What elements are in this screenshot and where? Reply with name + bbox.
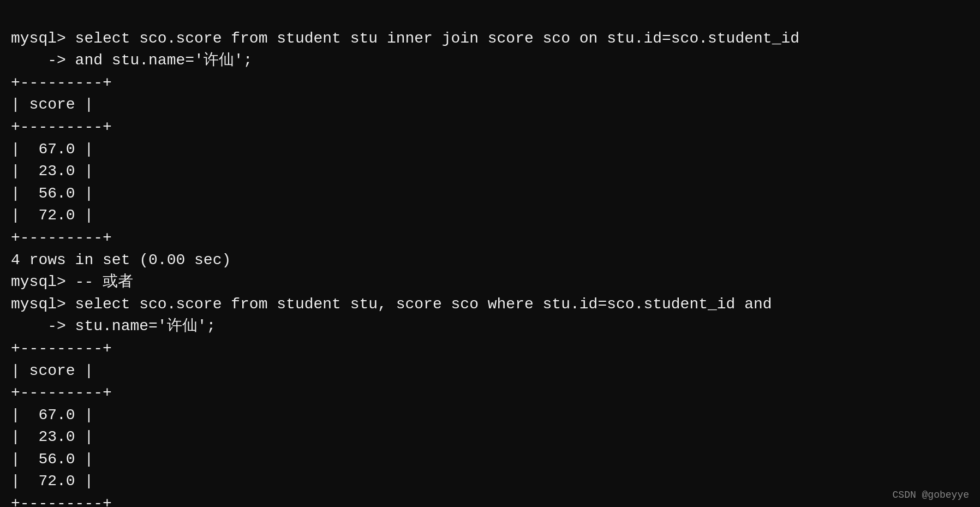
terminal-line: +---------+ — [11, 116, 969, 139]
terminal-line: mysql> -- 或者 — [11, 271, 969, 294]
terminal-line: mysql> select sco.score from student stu… — [11, 28, 969, 50]
terminal-line: | 72.0 | — [11, 205, 969, 227]
terminal-line: | score | — [11, 94, 969, 116]
terminal-line: +---------+ — [11, 493, 969, 507]
terminal-line: +---------+ — [11, 338, 969, 360]
terminal-line: | score | — [11, 360, 969, 383]
terminal-line: | 56.0 | — [11, 449, 969, 471]
terminal-line: -> stu.name='许仙'; — [11, 315, 969, 338]
terminal-line: +---------+ — [11, 72, 969, 94]
terminal-line: -> and stu.name='许仙'; — [11, 50, 969, 72]
terminal-line: | 23.0 | — [11, 426, 969, 449]
terminal-line: | 56.0 | — [11, 183, 969, 205]
terminal-line: 4 rows in set (0.00 sec) — [11, 249, 969, 272]
terminal-line: mysql> select sco.score from student stu… — [11, 294, 969, 316]
terminal-line: +---------+ — [11, 382, 969, 404]
watermark: CSDN @gobeyye — [893, 490, 969, 500]
terminal-line: +---------+ — [11, 227, 969, 249]
terminal-line: | 23.0 | — [11, 160, 969, 183]
terminal-output: mysql> select sco.score from student stu… — [11, 5, 969, 507]
terminal-line: | 67.0 | — [11, 139, 969, 161]
terminal-line: | 67.0 | — [11, 404, 969, 427]
terminal-line: | 72.0 | — [11, 470, 969, 493]
